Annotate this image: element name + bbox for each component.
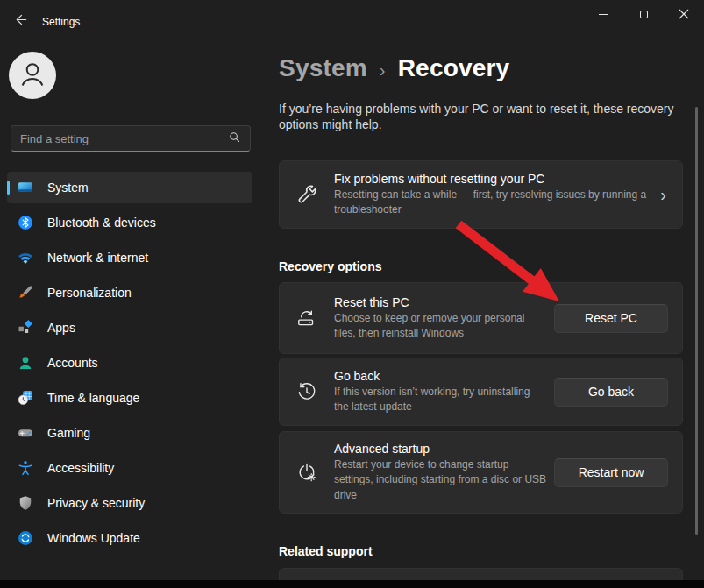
chevron-right-icon: › — [660, 186, 666, 203]
go-back-icon — [280, 380, 334, 403]
selected-accent-pill — [7, 181, 10, 195]
go-back-button[interactable]: Go back — [554, 378, 668, 407]
sidebar-item-label: Accessibility — [47, 461, 114, 475]
search-box — [11, 125, 251, 152]
bluetooth-icon — [17, 214, 34, 231]
related-support-card-partial[interactable] — [279, 568, 683, 580]
fix-problems-card[interactable]: Fix problems without resetting your PC R… — [279, 160, 683, 229]
sidebar-item-network-internet[interactable]: Network & internet — [7, 242, 252, 273]
accounts-icon — [17, 354, 34, 372]
sidebar-item-gaming[interactable]: Gaming — [7, 417, 252, 449]
search-icon — [228, 131, 241, 147]
card-description: Choose to keep or remove your personal f… — [334, 311, 547, 342]
sidebar-item-label: Gaming — [47, 426, 90, 440]
apps-icon — [17, 319, 34, 337]
network-icon — [17, 249, 34, 266]
sidebar-item-accounts[interactable]: Accounts — [7, 347, 252, 379]
sidebar-item-personalization[interactable]: Personalization — [7, 277, 252, 308]
sidebar-item-label: Privacy & security — [47, 496, 145, 510]
search-input[interactable] — [20, 132, 228, 145]
reset-pc-icon — [280, 307, 334, 329]
sidebar: SystemBluetooth & devicesNetwork & inter… — [0, 39, 263, 580]
restart-now-button[interactable]: Restart now — [554, 458, 668, 487]
sidebar-item-time-language[interactable]: Time & language — [7, 382, 252, 414]
accessibility-icon — [17, 459, 34, 477]
back-button[interactable] — [5, 6, 37, 36]
reset-pc-button[interactable]: Reset PC — [554, 304, 668, 333]
sidebar-item-accessibility[interactable]: Accessibility — [7, 452, 252, 484]
sidebar-item-privacy-security[interactable]: Privacy & security — [7, 487, 252, 519]
sidebar-item-label: Accounts — [47, 356, 98, 370]
maximize-icon — [640, 11, 648, 18]
close-icon — [679, 7, 689, 23]
time-language-icon — [17, 389, 34, 407]
reset-this-pc-card: Reset this PCChoose to keep or remove yo… — [279, 282, 683, 354]
go-back-text: Go backIf this version isn’t working, tr… — [334, 369, 554, 415]
sidebar-item-label: Network & internet — [47, 251, 148, 265]
advanced-startup-text: Advanced startupRestart your device to c… — [334, 442, 554, 503]
card-title: Go back — [334, 369, 547, 383]
close-button[interactable] — [664, 0, 704, 29]
sidebar-item-windows-update[interactable]: Windows Update — [7, 522, 252, 554]
gaming-icon — [17, 424, 34, 442]
main-content: System › Recovery If you’re having probl… — [279, 39, 704, 580]
titlebar: Settings — [0, 0, 704, 39]
breadcrumb: System › Recovery — [279, 54, 509, 82]
avatar[interactable] — [9, 52, 56, 99]
privacy-security-icon — [17, 494, 34, 512]
card-title: Advanced startup — [334, 442, 547, 456]
sidebar-item-label: Bluetooth & devices — [47, 216, 156, 230]
minimize-icon — [599, 14, 608, 15]
page-title: Recovery — [398, 54, 510, 82]
sidebar-item-apps[interactable]: Apps — [7, 312, 252, 344]
vertical-scrollbar[interactable] — [695, 107, 698, 535]
window-bottom-edge — [0, 580, 704, 588]
card-description: Resetting can take a while — first, try … — [334, 188, 653, 218]
reset-this-pc-text: Reset this PCChoose to keep or remove yo… — [334, 295, 554, 342]
sidebar-item-label: Windows Update — [47, 531, 140, 545]
person-icon — [17, 58, 48, 93]
card-description: Restart your device to change startup se… — [334, 457, 547, 503]
back-arrow-icon — [15, 13, 28, 30]
advanced-startup-card: Advanced startupRestart your device to c… — [279, 431, 683, 514]
sidebar-item-label: Time & language — [47, 391, 139, 405]
advanced-startup-icon — [280, 461, 334, 484]
chevron-separator-icon: › — [380, 60, 386, 81]
personalization-icon — [17, 284, 34, 301]
sidebar-item-bluetooth-devices[interactable]: Bluetooth & devices — [7, 207, 252, 238]
wrench-icon — [280, 183, 334, 206]
sidebar-item-system[interactable]: System — [7, 172, 252, 203]
card-title: Reset this PC — [334, 295, 547, 309]
go-back-card: Go backIf this version isn’t working, tr… — [279, 358, 683, 426]
card-description: If this version isn’t working, try unins… — [334, 385, 547, 415]
sidebar-item-label: Apps — [47, 321, 75, 335]
minimize-button[interactable] — [583, 0, 623, 29]
sidebar-nav: SystemBluetooth & devicesNetwork & inter… — [7, 172, 252, 557]
intro-text: If you’re having problems with your PC o… — [279, 101, 691, 132]
window-title: Settings — [42, 16, 80, 28]
window-controls — [583, 0, 704, 29]
breadcrumb-parent[interactable]: System — [279, 54, 367, 82]
sidebar-item-label: Personalization — [47, 286, 132, 300]
related-support-heading: Related support — [279, 544, 373, 558]
system-icon — [17, 179, 34, 196]
maximize-button[interactable] — [623, 0, 664, 29]
windows-update-icon — [17, 529, 34, 547]
card-title: Fix problems without resetting your PC — [334, 172, 653, 186]
settings-window: Settings Syste — [0, 0, 704, 588]
fix-problems-text: Fix problems without resetting your PC R… — [334, 172, 660, 218]
recovery-options-heading: Recovery options — [279, 259, 381, 273]
sidebar-item-label: System — [47, 181, 89, 195]
